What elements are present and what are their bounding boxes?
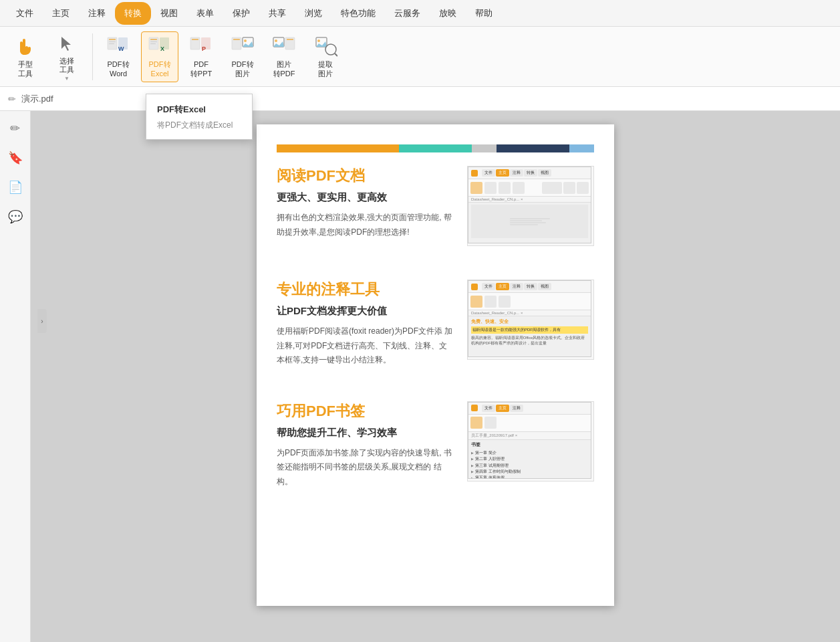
menu-cloud[interactable]: 云服务 (385, 2, 430, 25)
mini-reader-2-header: 文件 主页 注释 转换 视图 (468, 281, 591, 293)
mini-tab-home: 主页 (496, 169, 509, 177)
svg-rect-9 (150, 41, 157, 42)
svg-rect-10 (150, 43, 156, 44)
pdf-to-ppt-label: PDF转PPT (190, 60, 212, 78)
mini-tool-3-2 (484, 417, 497, 429)
menu-bar: 文件 主页 注释 转换 视图 表单 保护 共享 浏览 特色功能 云服务 放映 帮… (0, 0, 840, 27)
collapse-panel-handle[interactable]: › (37, 309, 47, 333)
mini-tool-5 (542, 182, 562, 194)
mini-reader-2-toolbar (468, 293, 591, 310)
pdf-section-bookmark-text: 巧用PDF书签 帮助您提升工作、学习效率 为PDF页面添加书签,除了实现内容的快… (277, 401, 454, 490)
mini-tab3-home: 主页 (496, 405, 509, 412)
menu-form[interactable]: 表单 (187, 2, 223, 25)
mini-reader-3-toolbar (468, 415, 591, 432)
svg-rect-14 (192, 39, 198, 40)
mini-highlight-title: 免费、快速、安全 (471, 318, 588, 325)
pdf-page: 阅读PDF文档 更强大、更实用、更高效 拥有出色的文档渲染效果,强大的页面管理功… (257, 124, 614, 606)
extract-image-button[interactable]: 提取图片 (307, 31, 344, 82)
svg-point-27 (325, 44, 336, 55)
colorbar-orange (277, 144, 399, 152)
mini-tool-2-2 (484, 296, 497, 308)
mini-reader-2-tabs: 文件 主页 注释 转换 视图 (482, 283, 551, 290)
colorbar-gray (472, 144, 497, 152)
pdf-section-bookmark-title: 巧用PDF书签 (277, 401, 454, 421)
svg-rect-6 (118, 37, 128, 49)
mini-reader-1-toolbar (468, 179, 591, 197)
menu-view[interactable]: 视图 (151, 2, 187, 25)
mini-reader-3-content: 书签 ▶ 第一章 简介 ▶ 第二章 入职管理 ▶ 第三 (468, 440, 591, 479)
colorbar-lightblue (569, 144, 594, 152)
mini-reader-1-tabs: 文件 主页 注释 转换 视图 (482, 169, 551, 177)
mini-reader-3: 文件 主页 注释 员工手册_20120917.pdf × 书签 (468, 402, 591, 479)
bookmark-item-0: ▶ 第一章 简介 (471, 450, 588, 455)
mini-reader-3-filename: 员工手册_20120917.pdf × (468, 432, 591, 440)
pdf-section-annotate-subtitle: 让PDF文档发挥更大价值 (277, 305, 454, 318)
path-bar: ✏ 演示.pdf (0, 87, 840, 111)
image-to-pdf-button[interactable]: 图片转PDF (265, 31, 303, 82)
extract-image-icon (313, 35, 337, 59)
content-area: 阅读PDF文档 更强大、更实用、更高效 拥有出色的文档渲染效果,强大的页面管理功… (31, 111, 840, 642)
mini-reader-2-content: 免费、快速、安全 福昕阅读器是一款功能强大的PDF阅读软件，具有 极高的兼容。福… (468, 316, 591, 348)
current-filename: 演示.pdf (21, 93, 53, 105)
dropdown-popup: PDF转Excel 将PDF文档转成Excel (146, 94, 253, 140)
mini-tab2-annotation: 注释 (510, 283, 523, 290)
mini-tool-3 (499, 182, 511, 194)
svg-rect-4 (109, 43, 114, 44)
pdf-to-ppt-icon: P (189, 35, 213, 59)
svg-rect-18 (233, 39, 240, 40)
main-layout: ✏ 🔖 📄 💬 › 阅读PDF文档 更强大、更实用、更高效 拥有出色的文档渲染效… (0, 111, 840, 642)
pencil-icon: ✏ (8, 94, 16, 104)
sidebar: ✏ 🔖 📄 💬 (0, 111, 31, 642)
pdf-to-excel-button[interactable]: X PDF转Excel (141, 31, 178, 82)
mini-tab-annotation: 注释 (510, 169, 523, 177)
toolbar-divider-1 (92, 33, 93, 80)
mini-reader-3-header: 文件 主页 注释 (468, 403, 591, 415)
pdf-to-excel-label: PDF转Excel (149, 60, 171, 78)
menu-annotation[interactable]: 注释 (79, 2, 115, 25)
hand-tool-icon (13, 35, 37, 59)
sidebar-annotate-icon[interactable]: ✏ (5, 118, 26, 139)
mini-tab3-file: 文件 (482, 405, 495, 412)
pdf-section-read-preview: 文件 主页 注释 转换 视图 (467, 166, 594, 246)
menu-home[interactable]: 主页 (43, 2, 79, 25)
select-tool-icon (55, 31, 79, 56)
mini-tool-3-1 (470, 417, 482, 429)
menu-play[interactable]: 放映 (430, 2, 466, 25)
menu-share[interactable]: 共享 (259, 2, 295, 25)
svg-line-28 (335, 54, 337, 56)
menu-help[interactable]: 帮助 (466, 2, 502, 25)
pdf-section-read: 阅读PDF文档 更强大、更实用、更高效 拥有出色的文档渲染效果,强大的页面管理功… (277, 166, 594, 246)
select-tool-button[interactable]: 选择工具 ▼ (48, 31, 86, 82)
pdf-to-image-button[interactable]: PDF转图片 (224, 31, 261, 82)
menu-file[interactable]: 文件 (7, 2, 43, 25)
pdf-to-image-icon (231, 35, 255, 59)
mini-tool-7 (577, 182, 589, 194)
svg-text:P: P (202, 45, 206, 52)
pdf-top-colorbar (277, 144, 594, 152)
sidebar-bookmark-icon[interactable]: 🔖 (5, 147, 26, 169)
mini-reader-2-logo (471, 284, 478, 290)
svg-rect-2 (109, 39, 116, 40)
pdf-to-word-button[interactable]: W PDF转Word (100, 31, 137, 82)
mini-highlighted-text: 福昕阅读器是一款功能强大的PDF阅读软件，具有 (471, 326, 588, 334)
menu-browse[interactable]: 浏览 (295, 2, 331, 25)
svg-text:X: X (160, 45, 164, 52)
sidebar-pages-icon[interactable]: 📄 (5, 177, 26, 198)
pdf-section-annotate-text: 专业的注释工具 让PDF文档发挥更大价值 使用福昕PDF阅读器(foxit re… (277, 280, 454, 368)
image-to-pdf-icon (272, 35, 296, 59)
bookmark-item-4: ▶ 第五章 休薪休假 (471, 475, 588, 478)
select-tool-label: 选择工具 (59, 57, 74, 74)
mini-tab-file: 文件 (482, 169, 495, 177)
sidebar-comment-icon[interactable]: 💬 (5, 206, 26, 227)
pdf-to-ppt-button[interactable]: P PDF转PPT (182, 31, 220, 82)
menu-protect[interactable]: 保护 (223, 2, 259, 25)
mini-reader-2: 文件 主页 注释 转换 视图 Datasheet_ (468, 280, 591, 357)
mini-reader-1-logo (471, 170, 478, 177)
menu-features[interactable]: 特色功能 (331, 2, 385, 25)
hand-tool-button[interactable]: 手型工具 (7, 31, 44, 82)
mini-tab2-file: 文件 (482, 283, 495, 290)
mini-tab-convert: 转换 (524, 169, 537, 177)
pdf-section-bookmark-preview: 文件 主页 注释 员工手册_20120917.pdf × 书签 (467, 401, 594, 481)
pdf-section-read-subtitle: 更强大、更实用、更高效 (277, 191, 454, 204)
menu-convert[interactable]: 转换 (115, 2, 151, 25)
